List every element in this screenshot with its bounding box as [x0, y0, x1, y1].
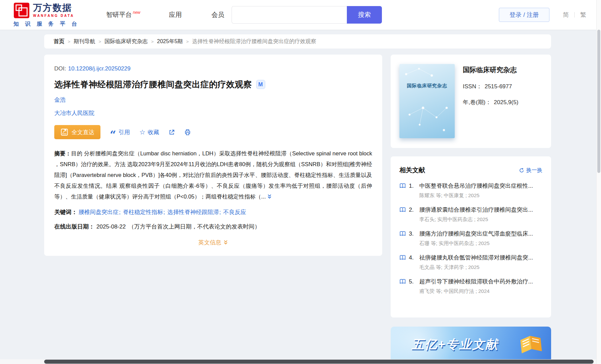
book-icon — [399, 278, 406, 285]
search-button[interactable]: 搜索 — [347, 6, 382, 24]
share-button[interactable] — [169, 129, 175, 135]
affiliation-link[interactable]: 大冶市人民医院 — [54, 110, 94, 116]
refresh-related-button[interactable]: 换一换 — [519, 167, 542, 174]
related-item-number: 4. — [409, 254, 416, 261]
author-link[interactable]: 金浩 — [54, 97, 66, 103]
journal-name[interactable]: 国际临床研究杂志 — [463, 65, 518, 74]
breadcrumb-current: 选择性脊神经根阻滞治疗腰椎间盘突出症的疗效观察 — [192, 38, 316, 45]
login-register-button[interactable]: 登录 / 注册 — [499, 8, 549, 22]
pubdate-value: 2025-08-22 — [96, 223, 126, 230]
doi-label: DOI: — [54, 65, 66, 72]
related-item-title[interactable]: 中医整脊联合悬吊治疗腰椎间盘突出症根性... — [419, 182, 542, 190]
wanfang-logo-icon — [13, 2, 30, 19]
related-item-number: 2. — [409, 207, 416, 213]
fulltext-label: 全文直达 — [71, 128, 94, 136]
book-icon — [399, 183, 406, 189]
related-item[interactable]: 1. 中医整脊联合悬吊治疗腰椎间盘突出症根性... 陈耀东 等; 中医康复 ; … — [399, 182, 542, 199]
refresh-label: 换一换 — [526, 167, 542, 174]
english-info-label: 英文信息 — [199, 239, 221, 246]
journal-card: 国际临床研究杂志 国际临床研究杂志 ISSN：2515-6977 年,卷(期)：… — [391, 55, 551, 148]
keyword-link[interactable]: 选择性脊神经跟阻滞 — [167, 209, 219, 215]
related-item-title[interactable]: 超声引导下腰神经根阻滞联合中药外敷治疗... — [419, 278, 542, 285]
nav-item-research-platform[interactable]: 智研平台new — [106, 10, 139, 19]
issn-value: 2515-6977 — [485, 83, 512, 90]
favorite-button[interactable]: ☆ 收藏 — [139, 128, 159, 136]
abstract-expand-button[interactable] — [267, 192, 272, 203]
online-pubdate-line: 在线出版日期：2025-08-22（万方平台首次上网日期，不代表论文的发表时间） — [54, 223, 372, 231]
promo-banner-text: 五亿+专业文献 — [412, 336, 499, 353]
keyword-link[interactable]: 腰椎间盘突出症 — [79, 209, 119, 215]
doi-link[interactable]: 10.12208/j.ijcr.20250229 — [68, 65, 130, 72]
breadcrumb-issue[interactable]: 2025年5期 — [157, 38, 183, 45]
related-item[interactable]: 2. 腰痹通胶囊结合腰椎牵引治疗腰椎间盘突出... 李石头; 实用中医药杂志 ;… — [399, 206, 542, 223]
page-content: 首页 > 期刊导航 > 国际临床研究杂志 > 2025年5期 > 选择性脊神经根… — [44, 34, 551, 362]
related-item[interactable]: 4. 祛痹健腰丸联合骶管神经阻滞对腰椎间盘突... 毛文晶 等; 天津药学 ; … — [399, 254, 542, 271]
journal-cover[interactable]: 国际临床研究杂志 — [399, 64, 455, 138]
keywords-line: 关键词：腰椎间盘突出症;脊柱稳定性指标;选择性脊神经跟阻滞;不良反应 — [54, 207, 372, 217]
print-button[interactable] — [184, 129, 191, 135]
cover-pattern — [399, 64, 455, 138]
related-item-title[interactable]: 腰痹通胶囊结合腰椎牵引治疗腰椎间盘突出... — [419, 206, 542, 214]
favorite-label: 收藏 — [148, 128, 159, 136]
related-item-meta: 李石头; 实用中医药杂志 ; 2025 — [419, 216, 542, 223]
nav-item-member[interactable]: 会员 — [211, 10, 224, 19]
lang-traditional[interactable]: 繁 — [580, 11, 586, 19]
vertical-scrollbar[interactable] — [596, 0, 601, 364]
free-label: free — [62, 132, 67, 135]
related-item-number: 5. — [409, 278, 416, 285]
abstract-text: 目的 分析腰椎间盘突出症（Lumbar disc herniation，LDH）… — [54, 150, 372, 200]
abstract: 摘要：目的 分析腰椎间盘突出症（Lumbar disc herniation，L… — [54, 148, 372, 203]
brand-name-en: WANFANG DATA — [33, 14, 74, 18]
pubdate-label: 在线出版日期： — [54, 223, 94, 230]
book-icon — [399, 254, 406, 261]
page: 万方数据 WANFANG DATA 知 识 服 务 平 台 智研平台new 应用… — [0, 0, 601, 362]
nav-item-apps[interactable]: 应用 — [169, 10, 182, 19]
search-bar: 搜索 — [232, 6, 382, 24]
sidebar: 国际临床研究杂志 国际临床研究杂志 ISSN：2515-6977 年,卷(期)：… — [391, 55, 551, 362]
related-item-number: 1. — [409, 183, 416, 189]
journal-cover-title: 国际临床研究杂志 — [399, 83, 455, 89]
open-book-icon — [517, 332, 545, 355]
quote-icon: “ — [110, 133, 116, 137]
brand-tagline: 知 识 服 务 平 台 — [13, 21, 79, 28]
related-literature-card: 相关文献 换一换 — [391, 156, 551, 317]
new-badge: new — [133, 10, 140, 15]
keyword-separator: ; — [163, 209, 165, 215]
breadcrumb-home[interactable]: 首页 — [54, 38, 64, 45]
breadcrumb-journal[interactable]: 国际临床研究杂志 — [104, 38, 148, 45]
related-item-title[interactable]: 腰痛方治疗腰椎间盘突出症气滞血瘀型临床... — [419, 230, 542, 238]
volume-label: 年,卷(期)： — [463, 99, 491, 105]
issn-label: ISSN： — [463, 83, 482, 90]
keyword-link[interactable]: 脊柱稳定性指标 — [123, 209, 163, 215]
abstract-label: 摘要： — [54, 150, 71, 156]
lang-simplified[interactable]: 简 — [563, 11, 569, 19]
english-info-toggle[interactable]: 英文信息 — [199, 239, 228, 246]
related-item-title[interactable]: 祛痹健腰丸联合骶管神经阻滞对腰椎间盘突... — [419, 254, 542, 262]
related-item[interactable]: 3. 腰痛方治疗腰椎间盘突出症气滞血瘀型临床... 石珊 等; 实用中医药杂志 … — [399, 230, 542, 247]
related-title: 相关文献 — [399, 166, 425, 175]
keyword-separator: ; — [119, 209, 121, 215]
breadcrumb-journal-nav[interactable]: 期刊导航 — [74, 38, 95, 45]
journal-info: 国际临床研究杂志 ISSN：2515-6977 年,卷(期)：2025,9(5) — [463, 64, 518, 139]
cite-button[interactable]: “ 引用 — [110, 128, 130, 136]
keyword-link[interactable]: 不良反应 — [223, 209, 246, 215]
related-item-number: 3. — [409, 231, 416, 237]
fulltext-button[interactable]: free 全文直达 — [54, 125, 100, 139]
search-input[interactable] — [232, 6, 347, 24]
journal-volume-line: 年,卷(期)：2025,9(5) — [463, 98, 518, 106]
related-item-meta: 陈耀东 等; 中医康复 ; 2025 — [419, 192, 542, 199]
article-title: 选择性脊神经根阻滞治疗腰椎间盘突出症的疗效观察 — [54, 79, 252, 90]
related-item[interactable]: 5. 超声引导下腰神经根阻滞联合中药外敷治疗... 甫飞荧 等; 中国民间疗法 … — [399, 278, 542, 295]
english-info-row: 英文信息 — [54, 239, 372, 246]
refresh-icon — [519, 168, 524, 173]
horizontal-scrollbar-thumb[interactable] — [44, 360, 594, 364]
vertical-scrollbar-thumb[interactable] — [597, 30, 600, 173]
promo-banner[interactable]: 五亿+专业文献 — [391, 327, 551, 362]
metrics-badge[interactable]: M — [256, 80, 265, 89]
breadcrumb-separator: > — [151, 39, 154, 44]
keywords-label: 关键词： — [54, 209, 77, 215]
logo[interactable]: 万方数据 WANFANG DATA 知 识 服 务 平 台 — [13, 2, 79, 28]
chevron-down-icon — [223, 240, 228, 245]
language-switch: 简 繁 — [563, 11, 586, 19]
author-line: 金浩 — [54, 96, 372, 104]
